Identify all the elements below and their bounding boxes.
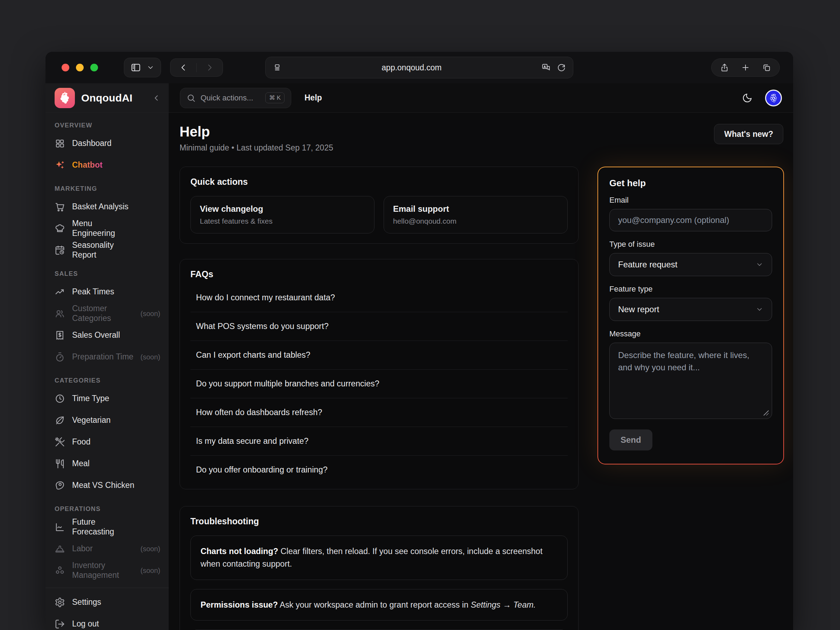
faq-item[interactable]: Can I export charts and tables? [190, 341, 568, 369]
quick-actions-search[interactable]: Quick actions... ⌘ K [180, 88, 291, 108]
grid-icon [55, 138, 65, 149]
tab-help[interactable]: Help [305, 93, 322, 103]
sidebar-item-dashboard[interactable]: Dashboard [55, 133, 160, 154]
sidebar-item-label: Dashboard [72, 139, 112, 148]
send-button[interactable]: Send [609, 429, 652, 450]
window-actions [711, 58, 780, 77]
faq-item[interactable]: Do you offer onboarding or training? [190, 456, 568, 484]
faq-item[interactable]: How do I connect my restaurant data? [190, 284, 568, 312]
whats-new-button[interactable]: What's new? [714, 124, 783, 144]
sidebar-item-label: Customer Categories [72, 304, 133, 323]
sidebar-item-label: Time Type [72, 394, 109, 404]
sidebar-item-settings[interactable]: Settings [55, 592, 160, 613]
collapse-sidebar-button[interactable] [152, 93, 161, 103]
sidebar-item-food[interactable]: Food [55, 431, 160, 453]
action-title: View changelog [200, 204, 365, 214]
quick-actions-title: Quick actions [190, 177, 568, 187]
sidebar-item-future-forecasting[interactable]: Future Forecasting [55, 516, 160, 538]
sidebar-item-label: Log out [72, 619, 99, 629]
feature-type-label: Feature type [609, 284, 772, 294]
new-tab-icon[interactable] [741, 63, 750, 72]
sidebar-item-chatbot[interactable]: Chatbot [55, 154, 160, 176]
search-icon [186, 93, 196, 103]
faq-item[interactable]: What POS systems do you support? [190, 312, 568, 341]
sidebar-item-vegetarian[interactable]: Vegetarian [55, 409, 160, 431]
sidebar-item-preparation-time[interactable]: Preparation Time (soon) [55, 346, 160, 368]
type-of-issue-select[interactable]: Feature request [609, 253, 772, 276]
message-field[interactable] [609, 343, 772, 419]
sidebar-item-sales-overall[interactable]: Sales Overall [55, 324, 160, 346]
faqs-title: FAQs [190, 269, 568, 279]
quick-actions-card: Quick actions View changelog Latest feat… [180, 167, 579, 243]
faq-item[interactable]: Is my data secure and private? [190, 427, 568, 456]
sidebar-toggle-button[interactable] [124, 58, 161, 77]
sidebar-item-customer-categories[interactable]: Customer Categories (soon) [55, 303, 160, 324]
reload-icon[interactable] [557, 63, 566, 72]
app-header: OnqoudAI Quick actions... ⌘ K Help [46, 83, 793, 113]
sidebar-item-label: Labor [72, 544, 93, 554]
sidebar-item-log-out[interactable]: Log out [55, 613, 160, 630]
feature-type-select[interactable]: New report [609, 298, 772, 321]
sidebar-item-label: Vegetarian [72, 415, 111, 425]
trending-up-icon [55, 287, 65, 297]
forward-button[interactable] [196, 63, 223, 72]
utensils-crossed-icon [55, 437, 65, 447]
user-avatar[interactable] [765, 90, 782, 106]
resize-handle[interactable] [762, 409, 769, 415]
panel-left-icon [131, 62, 141, 73]
users-icon [55, 308, 65, 319]
sidebar-item-basket-analysis[interactable]: Basket Analysis [55, 196, 160, 218]
clock-icon [55, 393, 65, 404]
action-subtitle: Latest features & fixes [200, 217, 365, 226]
minimize-window-button[interactable] [76, 64, 84, 71]
sidebar-item-peak-times[interactable]: Peak Times [55, 281, 160, 303]
address-bar[interactable]: app.onqoud.com [265, 57, 573, 78]
dark-mode-toggle[interactable] [742, 93, 753, 103]
sidebar: OVERVIEW Dashboard Chatbot MARKETING [46, 113, 169, 630]
traffic-lights [62, 64, 98, 71]
back-button[interactable] [171, 63, 196, 72]
browser-window: app.onqoud.com [46, 52, 793, 630]
sidebar-item-meat-vs-chicken[interactable]: Meat VS Chicken [55, 475, 160, 496]
faq-item[interactable]: How often do dashboards refresh? [190, 398, 568, 427]
keyboard-shortcut-badge: ⌘ K [265, 92, 284, 103]
url-text: app.onqoud.com [282, 63, 542, 73]
sidebar-item-labor[interactable]: Labor (soon) [55, 538, 160, 560]
page-title: Help [180, 124, 333, 140]
translate-icon[interactable] [542, 63, 551, 72]
troubleshooting-title: Troubleshooting [190, 516, 568, 526]
close-window-button[interactable] [62, 64, 69, 71]
soon-badge: (soon) [141, 567, 160, 575]
brand-area: OnqoudAI [46, 83, 169, 113]
reader-view-icon[interactable] [273, 63, 282, 72]
troubleshooting-item: Permissions issue? Ask your workspace ad… [190, 589, 568, 621]
faq-item[interactable]: Do you support multiple branches and cur… [190, 369, 568, 398]
sidebar-item-meal[interactable]: Meal [55, 453, 160, 475]
sidebar-item-seasonality-report[interactable]: Seasonality Report [55, 239, 160, 261]
zoom-window-button[interactable] [90, 64, 98, 71]
tab-overview-icon[interactable] [762, 63, 771, 72]
history-nav [170, 58, 223, 77]
sidebar-item-label: Chatbot [72, 160, 103, 170]
section-label-operations: OPERATIONS [55, 505, 160, 513]
email-support-button[interactable]: Email support hello@onqoud.com [384, 196, 568, 234]
utensils-icon [55, 458, 65, 469]
sidebar-item-label: Meal [72, 459, 90, 469]
avatar-berry-icon [768, 93, 779, 103]
section-label-marketing: MARKETING [55, 185, 160, 193]
sidebar-item-menu-engineering[interactable]: Menu Engineering [55, 218, 160, 239]
share-icon[interactable] [720, 63, 729, 72]
sidebar-item-label: Seasonality Report [72, 240, 135, 260]
section-label-overview: OVERVIEW [55, 122, 160, 129]
raspberry-icon [58, 91, 72, 105]
timer-icon [55, 352, 65, 362]
sidebar-item-time-type[interactable]: Time Type [55, 388, 160, 409]
sidebar-item-inventory-management[interactable]: Inventory Management (soon) [55, 560, 160, 581]
onqoud-logo[interactable] [55, 88, 75, 108]
email-field[interactable] [609, 209, 772, 231]
shopping-cart-icon [55, 202, 65, 212]
get-help-panel: Get help Email Type of issue Feature req… [597, 167, 784, 464]
sparkles-icon [55, 160, 65, 171]
soon-badge: (soon) [141, 310, 160, 318]
view-changelog-button[interactable]: View changelog Latest features & fixes [190, 196, 374, 234]
